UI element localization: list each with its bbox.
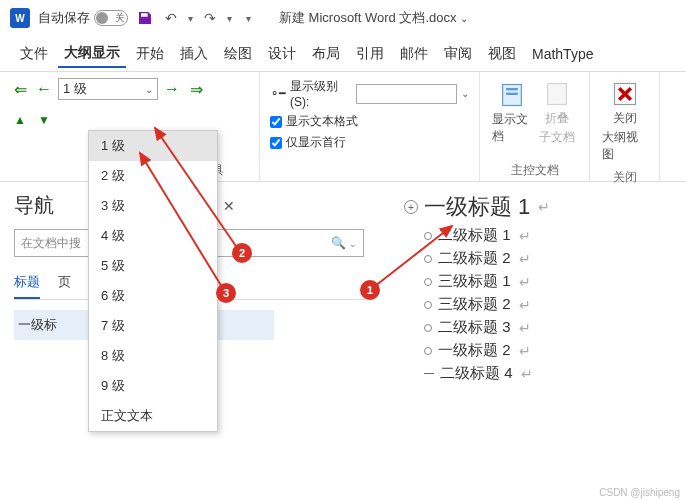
first-line-only-checkbox[interactable] [270, 137, 282, 149]
nav-close-icon[interactable]: ✕ [223, 198, 235, 214]
qat-overflow-icon[interactable]: ▾ [246, 13, 251, 24]
dropdown-option[interactable]: 9 级 [89, 371, 217, 401]
ribbon-group-master-label: 主控文档 [490, 158, 579, 179]
promote-icon[interactable]: ← [34, 79, 54, 99]
collapse-subdoc-button: 折叠子文档 [535, 78, 580, 148]
demote-to-body-icon[interactable]: ⇒ [186, 79, 206, 99]
menu-引用[interactable]: 引用 [350, 41, 390, 67]
undo-icon[interactable]: ↶ [162, 9, 180, 27]
svg-rect-2 [506, 93, 518, 95]
show-text-format-checkbox[interactable] [270, 116, 282, 128]
autosave-toggle[interactable]: 自动保存 关 [38, 9, 128, 27]
dropdown-option[interactable]: 3 级 [89, 191, 217, 221]
annotation-2: 2 [232, 243, 252, 263]
bullet-icon [424, 278, 432, 286]
show-level-input[interactable] [356, 84, 457, 104]
move-down-icon[interactable]: ▼ [34, 110, 54, 130]
menu-邮件[interactable]: 邮件 [394, 41, 434, 67]
outline-level-dropdown[interactable]: 1 级2 级3 级4 级5 级6 级7 级8 级9 级正文文本 [88, 130, 218, 432]
dropdown-option[interactable]: 2 级 [89, 161, 217, 191]
annotation-1: 1 [360, 280, 380, 300]
menu-文件[interactable]: 文件 [14, 41, 54, 67]
save-icon[interactable] [136, 9, 154, 27]
svg-rect-3 [547, 84, 566, 105]
menu-审阅[interactable]: 审阅 [438, 41, 478, 67]
menu-开始[interactable]: 开始 [130, 41, 170, 67]
document-title: 新建 Microsoft Word 文档.docx ⌄ [279, 9, 468, 27]
outline-level-combo[interactable]: 1 级⌄ [58, 78, 158, 100]
doc-outline-item[interactable]: 一级标题 2↵ [424, 341, 672, 360]
doc-outline-item[interactable]: 三级标题 1↵ [424, 272, 672, 291]
doc-outline-item[interactable]: 三级标题 2↵ [424, 295, 672, 314]
dropdown-option[interactable]: 正文文本 [89, 401, 217, 431]
dropdown-option[interactable]: 1 级 [89, 131, 217, 161]
dropdown-option[interactable]: 4 级 [89, 221, 217, 251]
demote-icon[interactable]: → [162, 79, 182, 99]
bullet-icon [424, 373, 434, 374]
word-app-icon: W [10, 8, 30, 28]
watermark: CSDN @jishipeng [599, 487, 680, 498]
menu-插入[interactable]: 插入 [174, 41, 214, 67]
expand-collapse-icon[interactable]: + [404, 200, 418, 214]
show-document-button[interactable]: 显示文档 [490, 78, 535, 148]
menu-大纲显示[interactable]: 大纲显示 [58, 40, 126, 68]
move-up-icon[interactable]: ▲ [10, 110, 30, 130]
bullet-icon [424, 232, 432, 240]
nav-tab-标题[interactable]: 标题 [14, 267, 40, 299]
bullet-icon [424, 255, 432, 263]
nav-pane-title: 导航 [14, 192, 54, 219]
close-outline-view-button[interactable]: 关闭大纲视图 [600, 78, 650, 165]
doc-heading-1[interactable]: + 一级标题 1↵ [404, 192, 672, 222]
promote-to-heading1-icon[interactable]: ⇐ [10, 79, 30, 99]
menu-布局[interactable]: 布局 [306, 41, 346, 67]
menu-视图[interactable]: 视图 [482, 41, 522, 67]
menu-设计[interactable]: 设计 [262, 41, 302, 67]
svg-rect-1 [506, 88, 518, 90]
annotation-3: 3 [216, 283, 236, 303]
doc-outline-item[interactable]: 二级标题 4↵ [424, 364, 672, 383]
dropdown-option[interactable]: 8 级 [89, 341, 217, 371]
dropdown-option[interactable]: 6 级 [89, 281, 217, 311]
doc-outline-item[interactable]: 二级标题 3↵ [424, 318, 672, 337]
redo-icon[interactable]: ↷ [201, 9, 219, 27]
doc-outline-item[interactable]: 二级标题 2↵ [424, 249, 672, 268]
nav-tab-页[interactable]: 页 [58, 267, 71, 299]
bullet-icon [424, 347, 432, 355]
menu-MathType[interactable]: MathType [526, 42, 599, 66]
show-level-label: 显示级别(S): [290, 78, 352, 109]
bullet-icon [424, 301, 432, 309]
bullet-icon [424, 324, 432, 332]
dropdown-option[interactable]: 5 级 [89, 251, 217, 281]
doc-outline-item[interactable]: 二级标题 1↵ [424, 226, 672, 245]
dropdown-option[interactable]: 7 级 [89, 311, 217, 341]
menu-绘图[interactable]: 绘图 [218, 41, 258, 67]
